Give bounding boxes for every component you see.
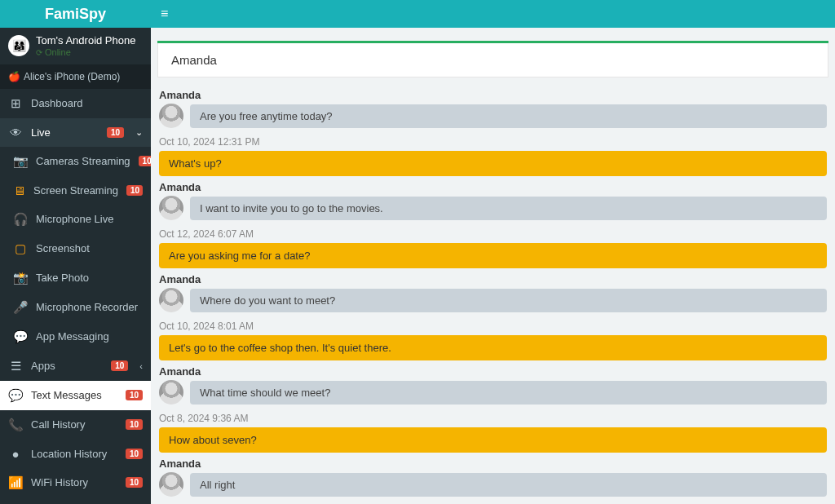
timestamp: Oct 10, 2024 12:31 PM bbox=[159, 136, 827, 148]
chevron-down-icon: ⌄ bbox=[135, 127, 143, 138]
badge: 10 bbox=[107, 127, 124, 138]
chat-icon: 💬 bbox=[8, 388, 23, 403]
incoming-message: Are you free anytime today? bbox=[159, 104, 827, 128]
outgoing-message: How about seven? bbox=[159, 427, 827, 453]
nav-wifi-history[interactable]: 📶 WiFi History 10 bbox=[0, 468, 151, 497]
sender-avatar bbox=[159, 288, 183, 312]
nav-browser-history[interactable]: ↺ Browser History 10 bbox=[0, 497, 151, 504]
badge: 10 bbox=[126, 390, 143, 400]
message-bubble: Where do you want to meet? bbox=[190, 289, 827, 312]
content-area: Amanda AmandaAre you free anytime today?… bbox=[151, 28, 835, 504]
nav-call-history[interactable]: 📞 Call History 10 bbox=[0, 410, 151, 440]
nav-take-photo[interactable]: 📸 Take Photo bbox=[0, 263, 151, 293]
nav-dashboard[interactable]: ⊞ Dashboard bbox=[0, 89, 151, 118]
message-sender: Amanda bbox=[159, 365, 827, 378]
incoming-message: What time should we meet? bbox=[159, 380, 827, 405]
badge: 10 bbox=[126, 449, 143, 459]
demo-device[interactable]: 🍎 Alice's iPhone (Demo) bbox=[0, 64, 151, 89]
messages-list: AmandaAre you free anytime today?Oct 10,… bbox=[151, 77, 835, 503]
chevron-left-icon: ‹ bbox=[139, 361, 143, 371]
incoming-message: Where do you want to meet? bbox=[159, 288, 827, 312]
nav-live[interactable]: 👁 Live 10 ⌄ bbox=[0, 118, 151, 147]
nav-screen-streaming[interactable]: 🖥 Screen Streaming 10 bbox=[0, 176, 151, 205]
incoming-message: All right bbox=[159, 472, 827, 497]
nav-microphone-live[interactable]: 🎧 Microphone Live bbox=[0, 205, 151, 234]
badge: 10 bbox=[139, 156, 151, 166]
message-sender: Amanda bbox=[159, 181, 827, 193]
sidebar-header: FamiSpy bbox=[0, 0, 151, 28]
message-sender: Amanda bbox=[159, 89, 827, 101]
tablet-icon: ▢ bbox=[13, 241, 28, 256]
sidebar: FamiSpy 👨‍👩‍👧 Tom's Android Phone ⟳Onlin… bbox=[0, 0, 151, 504]
outgoing-message: Let's go to the coffee shop then. It's q… bbox=[159, 335, 827, 360]
message-icon: 💬 bbox=[13, 329, 28, 344]
wifi-icon: 📶 bbox=[8, 475, 23, 490]
timestamp: Oct 10, 2024 8:01 AM bbox=[159, 321, 827, 332]
location-icon: ● bbox=[8, 447, 23, 461]
message-bubble: All right bbox=[190, 473, 827, 497]
current-device[interactable]: 👨‍👩‍👧 Tom's Android Phone ⟳Online bbox=[0, 28, 151, 64]
device-status: ⟳Online bbox=[36, 47, 135, 58]
list-icon: ☰ bbox=[8, 359, 23, 374]
message-sender: Amanda bbox=[159, 458, 827, 470]
badge: 10 bbox=[126, 419, 143, 430]
monitor-icon: 🖥 bbox=[13, 183, 25, 197]
timestamp: Oct 12, 2024 6:07 AM bbox=[159, 228, 827, 240]
badge: 10 bbox=[126, 477, 143, 488]
brand-logo: FamiSpy bbox=[45, 6, 106, 23]
device-name: Tom's Android Phone bbox=[36, 34, 135, 47]
badge: 10 bbox=[126, 185, 143, 196]
demo-device-label: Alice's iPhone (Demo) bbox=[24, 71, 120, 82]
device-avatar-icon: 👨‍👩‍👧 bbox=[8, 35, 29, 56]
apple-icon: 🍎 bbox=[8, 71, 20, 82]
thread-title: Amanda bbox=[157, 43, 828, 77]
phone-icon: 📞 bbox=[8, 418, 23, 432]
nav: ⊞ Dashboard 👁 Live 10 ⌄ 📷 Cameras Stream… bbox=[0, 89, 151, 504]
dashboard-icon: ⊞ bbox=[8, 96, 23, 111]
mic-icon: 🎤 bbox=[13, 300, 28, 315]
sender-avatar bbox=[159, 196, 183, 220]
photo-icon: 📸 bbox=[13, 271, 28, 285]
incoming-message: I want to invite you to go to the movies… bbox=[159, 196, 827, 220]
timestamp: Oct 8, 2024 9:36 AM bbox=[159, 413, 827, 424]
sender-avatar bbox=[159, 380, 183, 405]
sender-avatar bbox=[159, 104, 183, 128]
nav-text-messages[interactable]: 💬 Text Messages 10 bbox=[0, 381, 151, 410]
nav-app-messaging[interactable]: 💬 App Messaging bbox=[0, 322, 151, 351]
message-bubble: Are you free anytime today? bbox=[190, 104, 827, 128]
nav-apps[interactable]: ☰ Apps 10 ‹ bbox=[0, 351, 151, 381]
badge: 10 bbox=[111, 360, 128, 371]
main-panel: ≡ Amanda AmandaAre you free anytime toda… bbox=[151, 0, 835, 504]
message-sender: Amanda bbox=[159, 273, 827, 285]
nav-screenshot[interactable]: ▢ Screenshot bbox=[0, 234, 151, 263]
camera-icon: 📷 bbox=[13, 154, 28, 169]
headphones-icon: 🎧 bbox=[13, 212, 28, 227]
sender-avatar bbox=[159, 472, 183, 497]
nav-location-history[interactable]: ● Location History 10 bbox=[0, 440, 151, 468]
hamburger-icon[interactable]: ≡ bbox=[161, 7, 168, 21]
message-bubble: I want to invite you to go to the movies… bbox=[190, 197, 827, 220]
eye-icon: 👁 bbox=[8, 126, 23, 139]
message-bubble: What time should we meet? bbox=[190, 381, 827, 405]
outgoing-message: Are you asking me for a date? bbox=[159, 243, 827, 268]
nav-microphone-recorder[interactable]: 🎤 Microphone Recorder bbox=[0, 293, 151, 322]
refresh-icon: ⟳ bbox=[36, 48, 42, 57]
nav-cameras-streaming[interactable]: 📷 Cameras Streaming 10 bbox=[0, 147, 151, 176]
topbar: ≡ bbox=[151, 0, 835, 28]
outgoing-message: What's up? bbox=[159, 151, 827, 176]
